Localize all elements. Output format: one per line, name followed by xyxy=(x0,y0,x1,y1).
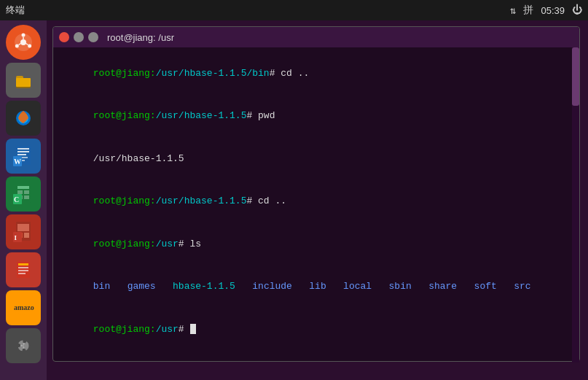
svg-rect-24 xyxy=(24,190,29,194)
svg-rect-22 xyxy=(17,186,29,189)
scrollbar-thumb[interactable] xyxy=(572,47,579,106)
terminal-title: root@jiang: /usr xyxy=(107,32,174,43)
keyboard-icon: 拼 xyxy=(523,4,533,17)
cmd-5: # xyxy=(179,324,190,335)
dir-bin: bin xyxy=(93,281,110,292)
dir-local: local xyxy=(343,281,372,292)
terminal-line-2: root@jiang:/usr/hbase-1.1.5# pwd xyxy=(59,95,573,138)
dir-sep-3 xyxy=(235,281,252,292)
prompt-3: root@jiang: xyxy=(93,195,156,206)
path-3: /usr/hbase-1.1.5 xyxy=(156,195,247,206)
svg-rect-15 xyxy=(17,151,29,152)
terminal-line-1: root@jiang:/usr/hbase-1.1.5/bin# cd .. xyxy=(59,52,573,95)
dir-sep-6 xyxy=(372,281,388,292)
cursor xyxy=(190,324,196,334)
prompt-4: root@jiang: xyxy=(93,239,156,249)
svg-text:C: C xyxy=(14,195,19,203)
svg-rect-16 xyxy=(17,154,26,155)
sidebar-item-settings[interactable] xyxy=(6,328,41,363)
sidebar-item-ubuntu[interactable] xyxy=(6,25,41,60)
dir-sep-1 xyxy=(110,281,127,292)
dir-sep-9 xyxy=(497,281,514,292)
svg-rect-39 xyxy=(18,273,26,274)
path-4: /usr xyxy=(156,239,179,249)
dir-src: src xyxy=(514,281,530,292)
svg-rect-26 xyxy=(24,195,29,199)
dir-share: share xyxy=(428,281,457,292)
terminal-window: root@jiang: /usr root@jiang:/usr/hbase-1… xyxy=(52,26,580,362)
svg-point-4 xyxy=(15,44,19,48)
path-1: /usr/hbase-1.1.5/bin xyxy=(156,68,270,79)
terminal-line-dirs: bin games hbase-1.1.5 include lib local … xyxy=(59,265,573,309)
svg-rect-38 xyxy=(18,270,28,271)
top-bar-left: 终端 xyxy=(6,4,25,17)
path-2: /usr/hbase-1.1.5 xyxy=(156,110,247,121)
svg-text:W: W xyxy=(14,158,21,166)
top-bar-right: ⇅ 拼 05:39 ⏻ xyxy=(510,4,582,17)
top-bar-title: 终端 xyxy=(6,4,25,17)
dir-soft: soft xyxy=(474,281,497,292)
terminal-titlebar: root@jiang: /usr xyxy=(53,27,579,47)
dir-games: games xyxy=(128,281,156,292)
scrollbar-track[interactable] xyxy=(572,47,579,362)
cmd-2: # pwd xyxy=(246,110,275,121)
dir-sep-5 xyxy=(326,281,343,292)
sidebar: W C I xyxy=(0,20,47,380)
terminal-line-5: root@jiang:/usr# ls xyxy=(59,222,573,265)
svg-point-2 xyxy=(22,34,26,37)
cmd-4: # ls xyxy=(179,239,201,249)
sidebar-item-impress[interactable]: I xyxy=(6,214,41,249)
path-5: /usr xyxy=(156,324,179,335)
cmd-3: # cd .. xyxy=(246,195,286,206)
sidebar-item-firefox[interactable] xyxy=(6,101,41,136)
dir-hbase: hbase-1.1.5 xyxy=(173,281,235,292)
svg-text:amazon: amazon xyxy=(14,303,34,311)
terminal-content[interactable]: root@jiang:/usr/hbase-1.1.5/bin# cd .. r… xyxy=(53,47,579,361)
close-button[interactable] xyxy=(59,32,69,42)
terminal-line-current: root@jiang:/usr# xyxy=(59,308,573,351)
sidebar-item-amazon[interactable]: amazon xyxy=(6,290,41,325)
output-1: /usr/hbase-1.1.5 xyxy=(93,153,184,164)
dir-include: include xyxy=(252,281,292,292)
sidebar-item-files[interactable] xyxy=(6,63,41,98)
svg-rect-37 xyxy=(18,267,28,268)
dir-sep-4 xyxy=(292,281,309,292)
svg-point-1 xyxy=(20,39,26,45)
dir-sep-2 xyxy=(156,281,173,292)
maximize-button[interactable] xyxy=(88,32,98,42)
svg-rect-36 xyxy=(18,263,28,265)
dir-sbin: sbin xyxy=(389,281,412,292)
power-icon[interactable]: ⏻ xyxy=(572,4,582,16)
terminal-line-4: root@jiang:/usr/hbase-1.1.5# cd .. xyxy=(59,180,573,223)
sidebar-item-writer[interactable]: W xyxy=(6,139,41,174)
dir-sep-8 xyxy=(457,281,474,292)
prompt-2: root@jiang: xyxy=(93,110,156,121)
svg-marker-41 xyxy=(31,311,33,314)
svg-rect-14 xyxy=(17,148,29,150)
network-icon: ⇅ xyxy=(510,4,516,17)
clock: 05:39 xyxy=(541,5,565,16)
dir-sep-7 xyxy=(412,281,428,292)
dir-lib: lib xyxy=(309,281,326,292)
top-bar: 终端 ⇅ 拼 05:39 ⏻ xyxy=(0,0,588,20)
svg-rect-23 xyxy=(17,190,23,194)
sidebar-item-calc[interactable]: C xyxy=(6,177,41,212)
svg-rect-32 xyxy=(24,233,29,238)
prompt-5: root@jiang: xyxy=(93,324,156,335)
terminal-line-3: /usr/hbase-1.1.5 xyxy=(59,137,573,180)
svg-point-3 xyxy=(28,44,31,48)
svg-text:I: I xyxy=(15,234,17,241)
cmd-1: # cd .. xyxy=(270,68,310,79)
prompt-1: root@jiang: xyxy=(93,68,156,79)
minimize-button[interactable] xyxy=(74,32,84,42)
sidebar-item-draw[interactable] xyxy=(6,252,41,287)
svg-rect-10 xyxy=(16,78,31,87)
svg-rect-30 xyxy=(17,224,29,231)
